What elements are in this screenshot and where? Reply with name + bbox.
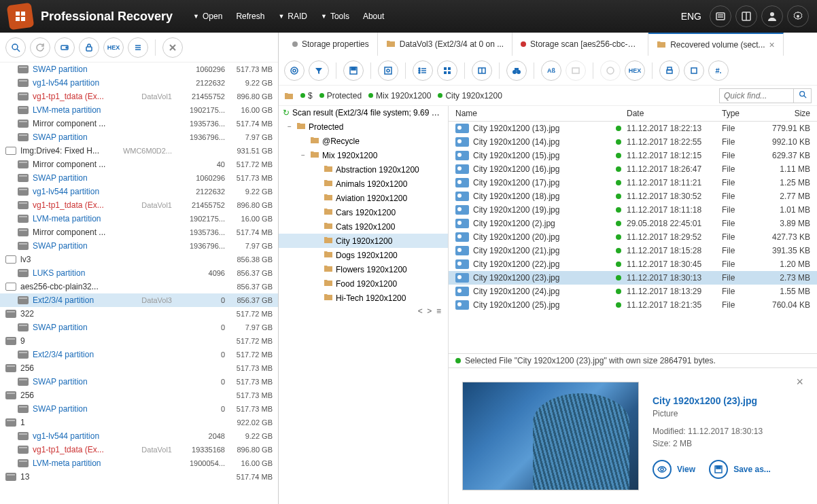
file-row[interactable]: City 1920x1200 (25).jpg11.12.2017 18:21:… <box>449 298 817 312</box>
hex-button[interactable]: HEX <box>103 37 124 58</box>
storage-item[interactable]: SWAP partition1936796...7.97 GB <box>0 239 278 253</box>
storage-item[interactable]: lv3856.38 GB <box>0 253 278 266</box>
drive-icon[interactable] <box>54 37 75 58</box>
case-icon[interactable]: Aß <box>541 60 561 81</box>
storage-item[interactable]: SWAP partition1060296517.73 MB <box>0 171 278 185</box>
header-size[interactable]: Size <box>756 109 817 118</box>
tree-item[interactable]: −Protected <box>279 120 448 134</box>
storage-item[interactable]: vg1-tp1_tdata (Ex...DataVol119335168896.… <box>0 443 278 456</box>
preview-close-icon[interactable]: × <box>796 375 803 389</box>
tab[interactable]: Storage scan [aes256-cbc-pl... <box>512 33 648 56</box>
file-row[interactable]: City 1920x1200 (24).jpg11.12.2017 18:13:… <box>449 285 817 298</box>
tree-item[interactable]: Food 1920x1200 <box>279 276 448 291</box>
user-icon[interactable] <box>761 5 783 27</box>
storage-item[interactable]: aes256-cbc-plain32...856.37 GB <box>0 280 278 293</box>
binoculars-icon[interactable] <box>506 60 527 81</box>
hash-icon[interactable]: #. <box>708 60 729 81</box>
quick-find-input[interactable] <box>719 88 794 103</box>
save-icon[interactable] <box>343 60 364 81</box>
storage-item[interactable]: vg1-lv544 partition20489.22 GB <box>0 429 278 443</box>
storage-item[interactable]: SWAP partition1060296517.73 MB <box>0 62 278 76</box>
tree-item[interactable]: @Recycle <box>279 134 448 148</box>
checklist-icon[interactable] <box>413 60 433 81</box>
grid-icon[interactable] <box>437 60 457 81</box>
storage-item[interactable]: vg1-tp1_tdata (Ex...DataVol121455752896.… <box>0 90 278 103</box>
file-row[interactable]: City 1920x1200 (19).jpg11.12.2017 18:11:… <box>449 203 817 217</box>
file-row[interactable]: City 1920x1200 (13).jpg11.12.2017 18:22:… <box>449 122 817 135</box>
storage-item[interactable]: Ext2/3/4 partition0517.72 MB <box>0 348 278 361</box>
lock-icon[interactable] <box>79 37 99 58</box>
close-icon[interactable] <box>162 37 183 58</box>
header-type[interactable]: Type <box>722 109 756 118</box>
file-row[interactable]: City 1920x1200 (15).jpg11.12.2017 18:12:… <box>449 149 817 162</box>
options-icon[interactable] <box>378 60 398 81</box>
tree-item[interactable]: Cars 1920x1200 <box>279 205 448 219</box>
file-header[interactable]: Name Date Type Size <box>449 106 817 122</box>
save-as-button[interactable]: Save as... <box>709 460 771 479</box>
file-row[interactable]: City 1920x1200 (2).jpg29.05.2018 22:45:0… <box>449 217 817 230</box>
storage-item[interactable]: vg1-lv544 partition21226329.22 GB <box>0 76 278 90</box>
file-row[interactable]: City 1920x1200 (20).jpg11.12.2017 18:29:… <box>449 230 817 244</box>
storage-item[interactable]: Img:Drive4: Fixed H...WMC6M0D2...931.51 … <box>0 144 278 158</box>
settings-icon[interactable] <box>787 5 809 27</box>
storage-item[interactable]: vg1-tp1_tdata (Ex...DataVol121455752896.… <box>0 198 278 212</box>
storage-item[interactable]: Mirror component ...40517.72 MB <box>0 158 278 171</box>
storage-item[interactable]: LVM-meta partition1902175...16.00 GB <box>0 103 278 117</box>
storage-item[interactable]: 9517.72 MB <box>0 334 278 348</box>
tab[interactable]: DataVol3 (Ext2/3/4 at 0 on ... <box>378 33 512 56</box>
filter-icon[interactable] <box>309 60 329 81</box>
quick-find-button[interactable] <box>794 88 812 103</box>
header-date[interactable]: Date <box>627 109 722 118</box>
list-icon[interactable] <box>128 37 148 58</box>
menu-about[interactable]: About <box>363 12 384 21</box>
menu-tools[interactable]: ▼Tools <box>321 12 349 21</box>
image-icon[interactable] <box>566 60 586 81</box>
storage-item[interactable]: SWAP partition07.97 GB <box>0 321 278 334</box>
file-row[interactable]: City 1920x1200 (14).jpg11.12.2017 18:22:… <box>449 135 817 149</box>
tree-item[interactable]: Cats 1920x1200 <box>279 219 448 234</box>
storage-item[interactable]: SWAP partition0517.73 MB <box>0 402 278 416</box>
folder-tree[interactable]: ↻ Scan result (Ext2/3/4 file system; 9.6… <box>279 106 449 504</box>
tree-item[interactable]: Hi-Tech 1920x1200 <box>279 291 448 305</box>
storage-list[interactable]: SWAP partition1060296517.73 MBvg1-lv544 … <box>0 62 278 504</box>
tree-item[interactable]: Animals 1920x1200 <box>279 177 448 191</box>
file-list[interactable]: City 1920x1200 (13).jpg11.12.2017 18:22:… <box>449 122 817 353</box>
tree-item[interactable]: Aviation 1920x1200 <box>279 191 448 205</box>
tree-item[interactable]: Dogs 1920x1200 <box>279 248 448 262</box>
search-icon[interactable] <box>5 37 26 58</box>
storage-item[interactable]: 13517.74 MB <box>0 470 278 484</box>
storage-item[interactable]: Ext2/3/4 partitionDataVol30856.37 GB <box>0 293 278 307</box>
scan-result-row[interactable]: ↻ Scan result (Ext2/3/4 file system; 9.6… <box>279 106 448 120</box>
log-icon[interactable] <box>710 5 731 27</box>
tree-nav[interactable]: < > ≡ <box>279 305 448 317</box>
tab[interactable]: Storage properties <box>284 33 378 56</box>
file-row[interactable]: City 1920x1200 (18).jpg11.12.2017 18:30:… <box>449 190 817 203</box>
storage-item[interactable]: vg1-lv544 partition21226329.22 GB <box>0 185 278 198</box>
tree-item[interactable]: Flowers 1920x1200 <box>279 262 448 276</box>
file-row[interactable]: City 1920x1200 (23).jpg11.12.2017 18:30:… <box>449 271 817 285</box>
file-row[interactable]: City 1920x1200 (21).jpg11.12.2017 18:15:… <box>449 244 817 257</box>
hex-button-2[interactable]: HEX <box>625 60 645 81</box>
language-selector[interactable]: ENG <box>681 11 701 22</box>
menu-refresh[interactable]: Refresh <box>236 12 264 21</box>
mask-icon[interactable] <box>600 60 621 81</box>
storage-item[interactable]: 1922.02 GB <box>0 416 278 429</box>
breadcrumb-item[interactable]: City 1920x1200 <box>438 91 502 101</box>
tab[interactable]: Recovered volume (sect...× <box>648 33 784 56</box>
export-icon[interactable] <box>684 60 704 81</box>
target-icon[interactable] <box>284 60 305 81</box>
breadcrumb-item[interactable]: Protected <box>319 91 362 101</box>
storage-item[interactable]: 322517.72 MB <box>0 307 278 321</box>
menu-open[interactable]: ▼Open <box>193 12 222 21</box>
refresh-icon[interactable] <box>30 37 50 58</box>
menu-raid[interactable]: ▼RAID <box>278 12 307 21</box>
storage-item[interactable]: Mirror component ...1935736...517.74 MB <box>0 226 278 239</box>
file-row[interactable]: City 1920x1200 (22).jpg11.12.2017 18:30:… <box>449 257 817 271</box>
header-name[interactable]: Name <box>449 109 627 118</box>
breadcrumb-item[interactable] <box>284 92 294 100</box>
storage-item[interactable]: LVM-meta partition1900054...16.00 GB <box>0 456 278 470</box>
tree-item[interactable]: City 1920x1200 <box>279 234 448 248</box>
view-button[interactable]: View <box>653 460 695 479</box>
columns-icon[interactable] <box>472 60 492 81</box>
print-icon[interactable] <box>659 60 680 81</box>
